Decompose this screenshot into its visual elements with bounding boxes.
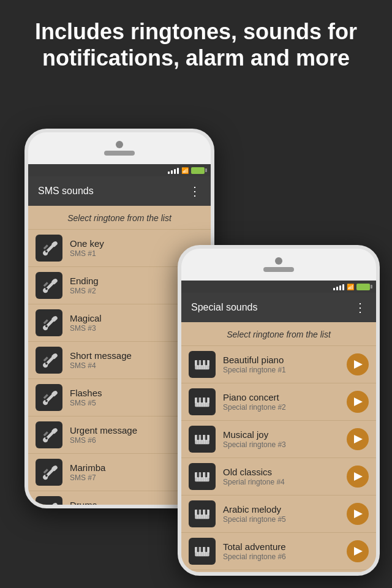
list-item[interactable]: Piano concert Special ringtone #2 <box>181 383 376 421</box>
signal-bar-f4 <box>342 284 344 290</box>
guitar-icon <box>40 239 58 257</box>
item-title: Arabic melody <box>223 504 347 514</box>
item-subtitle: Special ringtone #6 <box>223 552 347 561</box>
item-icon <box>189 351 216 378</box>
signal-bars <box>168 167 179 174</box>
play-button[interactable] <box>347 466 369 488</box>
list-header-front: Select ringtone from the list <box>181 322 376 346</box>
list-front: Beautiful piano Special ringtone #1 <box>181 346 376 572</box>
wifi-icon-front: 📶 <box>347 284 354 290</box>
svg-rect-57 <box>197 547 200 552</box>
phone-front: 📶 Special sounds ⋮ Select ringtone from … <box>178 245 380 576</box>
play-triangle-icon <box>354 510 363 518</box>
item-text: Musical joy Special ringtone #3 <box>223 429 347 449</box>
appbar-back-title: SMS sounds <box>38 186 94 197</box>
play-button[interactable] <box>347 353 369 375</box>
signal-bar-f1 <box>333 288 335 290</box>
item-icon <box>189 500 216 527</box>
play-triangle-icon <box>354 472 363 481</box>
status-bar-back: 📶 <box>28 164 211 176</box>
header-section: Includes ringtones, sounds for notificat… <box>0 0 392 83</box>
item-subtitle: Special ringtone #5 <box>223 515 347 524</box>
item-subtitle: Special ringtone #1 <box>223 366 347 374</box>
list-item[interactable]: Total adventure Special ringtone #6 <box>181 533 376 570</box>
item-icon <box>36 309 62 336</box>
phone-speaker-front <box>263 267 294 272</box>
signal-bars-front <box>333 283 344 290</box>
piano-icon <box>194 505 211 522</box>
item-text: Total adventure Special ringtone #6 <box>223 541 347 561</box>
svg-rect-13 <box>197 398 200 402</box>
play-triangle-icon <box>354 398 363 406</box>
signal-bar-2 <box>171 170 173 174</box>
piano-icon <box>194 356 211 373</box>
item-icon <box>36 459 62 486</box>
signal-bar-f2 <box>336 287 338 290</box>
guitar-icon <box>40 501 58 505</box>
svg-rect-4 <box>205 360 208 365</box>
appbar-front-title: Special sounds <box>191 302 258 313</box>
appbar-back: SMS sounds ⋮ <box>28 176 211 206</box>
svg-rect-26 <box>205 435 208 440</box>
appbar-front: Special sounds ⋮ <box>181 293 376 322</box>
item-title: Old classics <box>223 467 347 477</box>
item-icon <box>189 538 216 565</box>
piano-icon <box>194 468 211 485</box>
guitar-icon <box>40 314 58 331</box>
svg-rect-59 <box>205 547 208 552</box>
guitar-icon <box>40 464 58 481</box>
svg-rect-46 <box>197 510 200 514</box>
svg-rect-35 <box>197 472 200 477</box>
play-button[interactable] <box>347 540 369 562</box>
item-text: Piano concert Special ringtone #2 <box>223 392 347 412</box>
item-title: Musical joy <box>223 429 347 440</box>
wifi-icon: 📶 <box>181 167 189 174</box>
item-icon <box>189 426 216 453</box>
play-button[interactable] <box>347 428 369 450</box>
phone-camera-back <box>116 141 123 148</box>
guitar-icon <box>40 426 58 443</box>
guitar-icon <box>40 277 58 294</box>
item-text: Beautiful piano Special ringtone #1 <box>223 355 347 374</box>
svg-rect-48 <box>205 510 208 514</box>
play-triangle-icon <box>354 360 363 369</box>
item-text: Old classics Sperial ringtone #4 <box>223 467 347 486</box>
item-icon <box>189 463 216 490</box>
list-item[interactable]: Old classics Sperial ringtone #4 <box>181 458 376 496</box>
battery-icon-front <box>356 284 370 290</box>
signal-bar-3 <box>174 169 176 174</box>
play-triangle-icon <box>354 435 363 443</box>
play-button[interactable] <box>347 503 369 525</box>
piano-icon <box>194 393 211 410</box>
signal-bar-4 <box>177 168 179 174</box>
guitar-icon <box>40 389 58 406</box>
phone-speaker-back <box>104 151 135 156</box>
play-triangle-icon <box>354 547 363 556</box>
list-item[interactable]: Musical joy Special ringtone #3 <box>181 421 376 458</box>
svg-rect-24 <box>197 435 200 440</box>
item-icon <box>36 496 62 505</box>
item-icon <box>36 235 62 262</box>
signal-bar-f3 <box>339 285 341 290</box>
item-icon <box>36 384 62 411</box>
item-title: One key <box>70 238 203 249</box>
list-item[interactable]: Beautiful piano Special ringtone #1 <box>181 346 376 383</box>
menu-back-button[interactable]: ⋮ <box>189 184 201 198</box>
guitar-icon <box>40 352 58 369</box>
play-button[interactable] <box>347 391 369 413</box>
item-title: Beautiful piano <box>223 355 347 365</box>
item-icon <box>189 388 216 415</box>
svg-rect-37 <box>205 472 208 477</box>
item-subtitle: Special ringtone #2 <box>223 403 347 412</box>
list-header-back: Select ringtone from the list <box>28 206 211 230</box>
battery-icon <box>191 167 205 174</box>
item-title: Total adventure <box>223 541 347 552</box>
content-front: Select ringtone from the list Beautiful … <box>181 322 376 572</box>
item-title: Piano concert <box>223 392 347 402</box>
menu-front-button[interactable]: ⋮ <box>354 300 366 315</box>
status-icons-back: 📶 <box>168 167 205 174</box>
header-title: Includes ringtones, sounds for notificat… <box>0 0 392 83</box>
phone-camera-front <box>275 257 282 265</box>
list-item[interactable]: Masterly Special ringtone #7 <box>181 570 376 572</box>
list-item[interactable]: Arabic melody Special ringtone #5 <box>181 496 376 533</box>
